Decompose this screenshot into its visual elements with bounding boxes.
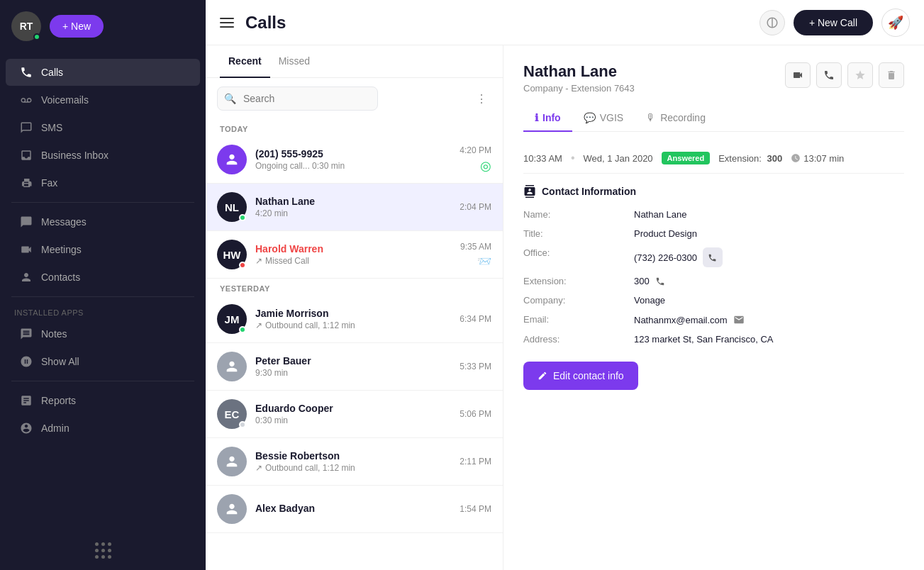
call-name: Jamie Morrison (255, 308, 451, 319)
sidebar-item-calls[interactable]: Calls (6, 59, 200, 86)
topbar-right: + New Call 🚀 (759, 9, 910, 37)
installed-apps-label: INSTALLED APPS (0, 303, 206, 320)
sidebar-item-reports-label: Reports (41, 395, 76, 406)
call-info: Jamie Morrison ↗ Outbound call, 1:12 min (255, 308, 451, 330)
edit-contact-button[interactable]: Edit contact info (523, 362, 638, 390)
call-time: 9:35 AM (460, 242, 491, 252)
detail-tab-vgis[interactable]: 💬 VGIS (572, 105, 635, 132)
call-avatar: EC (217, 399, 247, 429)
call-item[interactable]: Bessie Robertson ↗ Outbound call, 1:12 m… (206, 438, 503, 486)
tab-missed[interactable]: Missed (270, 45, 318, 78)
search-input[interactable] (217, 86, 378, 111)
reports-icon (20, 394, 33, 407)
sidebar-item-contacts[interactable]: Contacts (6, 264, 200, 291)
voicemail-icon: 📨 (477, 255, 491, 268)
delete-action-button[interactable] (879, 62, 904, 88)
notes-icon (20, 328, 33, 340)
call-time: 4:20 PM (460, 145, 491, 155)
call-sub: ↗ Outbound call, 1:12 min (255, 320, 451, 330)
sidebar-item-meetings[interactable]: Meetings (6, 236, 200, 263)
sidebar-item-notes[interactable]: Notes (6, 320, 200, 347)
ongoing-icon: ◎ (480, 158, 491, 174)
call-avatar: HW (217, 240, 247, 269)
call-avatar: JM (217, 304, 247, 334)
status-dot (239, 262, 246, 269)
sidebar-item-meetings-label: Meetings (41, 244, 82, 255)
rocket-button[interactable]: 🚀 (881, 9, 910, 37)
call-action-button[interactable] (816, 62, 842, 88)
main: Calls + New Call 🚀 Recent Missed 🔍 ⋮ (206, 0, 924, 570)
sidebar-item-voicemails-label: Voicemails (41, 94, 89, 106)
contact-section-title: Contact Information (542, 186, 636, 197)
contact-value-company: Vonage (634, 295, 904, 306)
call-office-button[interactable] (703, 247, 723, 267)
sidebar-item-sms[interactable]: SMS (6, 114, 200, 141)
sidebar-item-admin[interactable]: Admin (6, 415, 200, 442)
status-dot (239, 421, 246, 428)
call-sub: Ongoing call... 0:30 min (255, 161, 451, 171)
call-time: 5:06 PM (460, 409, 491, 419)
dotgrid-button[interactable] (0, 531, 206, 570)
detail-tab-recording[interactable]: 🎙 Recording (635, 105, 717, 132)
sidebar-item-messages[interactable]: Messages (6, 208, 200, 235)
detail-tab-info[interactable]: ℹ Info (523, 105, 572, 132)
sidebar-item-show-all-label: Show All (41, 356, 79, 367)
call-item[interactable]: JM Jamie Morrison ↗ Outbound call, 1:12 … (206, 296, 503, 343)
dotgrid (95, 542, 111, 559)
call-avatar (217, 145, 247, 174)
detail-panel: Nathan Lane Company - Extension 7643 (503, 45, 924, 570)
call-sub: 9:30 min (255, 368, 451, 378)
call-sub: ↗ Missed Call (255, 256, 452, 266)
detail-name: Nathan Lane (523, 62, 635, 81)
topbar: Calls + New Call 🚀 (206, 0, 924, 45)
contact-label: Address: (523, 334, 623, 345)
detail-actions (785, 62, 904, 88)
nav-divider-3 (11, 381, 194, 381)
call-item[interactable]: HW Harold Warren ↗ Missed Call 9:35 AM (206, 231, 503, 279)
tab-recent[interactable]: Recent (220, 45, 270, 78)
hamburger-menu[interactable] (220, 18, 234, 28)
contact-label: Name: (523, 209, 623, 220)
contact-value-address: 123 market St, San Francisco, CA (634, 334, 904, 345)
call-item[interactable]: EC Eduardo Cooper 0:30 min 5:06 PM (206, 391, 503, 438)
star-action-button[interactable] (847, 62, 873, 88)
call-name: Peter Bauer (255, 355, 451, 367)
call-item[interactable]: Alex Badyan 1:54 PM (206, 486, 503, 533)
detail-contact-info: Nathan Lane Company - Extension 7643 (523, 62, 635, 94)
call-item[interactable]: (201) 555-9925 Ongoing call... 0:30 min … (206, 136, 503, 184)
sidebar-item-voicemails[interactable]: Voicemails (6, 86, 200, 113)
sms-icon (20, 121, 33, 134)
call-name: (201) 555-9925 (255, 148, 451, 160)
call-item[interactable]: Peter Bauer 9:30 min 5:33 PM (206, 343, 503, 391)
call-meta: 9:35 AM 📨 (460, 242, 491, 268)
new-button[interactable]: + New (50, 15, 104, 38)
phone-icon (20, 66, 33, 79)
contact-grid: Name: Nathan Lane Title: Product Design … (523, 209, 904, 345)
search-icon: 🔍 (224, 93, 236, 104)
nav-divider-2 (11, 296, 194, 297)
day-label-yesterday: YESTERDAY (206, 279, 503, 296)
call-info: Harold Warren ↗ Missed Call (255, 243, 452, 266)
status-dot (239, 214, 246, 221)
contact-value-extension: 300 (634, 276, 904, 286)
integration-icon-button[interactable] (759, 10, 785, 35)
more-options-button[interactable]: ⋮ (472, 89, 491, 108)
contact-value-title: Product Design (634, 228, 904, 239)
page-title: Calls (245, 13, 286, 33)
extension-label: Extension: 300 (718, 153, 782, 164)
search-bar: 🔍 ⋮ (206, 78, 503, 119)
video-action-button[interactable] (785, 62, 811, 88)
call-meta: 2:04 PM (460, 202, 491, 212)
contact-value-office: (732) 226-0300 (634, 247, 904, 267)
inbox-icon (20, 149, 33, 162)
sidebar-item-fax[interactable]: Fax (6, 169, 200, 196)
contact-label: Extension: (523, 276, 623, 286)
call-item[interactable]: NL Nathan Lane 4:20 min 2:04 PM (206, 184, 503, 231)
sidebar-item-show-all[interactable]: Show All (6, 348, 200, 375)
sidebar-item-business-inbox[interactable]: Business Inbox (6, 142, 200, 169)
sidebar-item-reports[interactable]: Reports (6, 387, 200, 414)
call-meta: 2:11 PM (460, 457, 491, 466)
call-meta: 4:20 PM ◎ (460, 145, 491, 174)
call-icons: 📨 (460, 255, 491, 268)
new-call-button[interactable]: + New Call (794, 10, 873, 35)
